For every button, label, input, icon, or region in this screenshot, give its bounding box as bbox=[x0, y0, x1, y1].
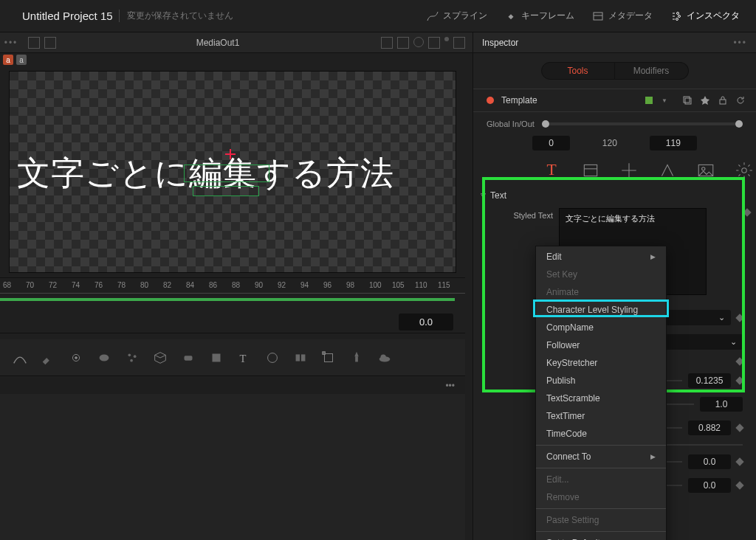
tab-modifiers[interactable]: Modifiers bbox=[615, 62, 689, 80]
tool-cloud-icon[interactable] bbox=[377, 350, 393, 366]
r5-value[interactable]: 0.0 bbox=[688, 478, 731, 493]
slider-handle-out[interactable] bbox=[735, 120, 743, 128]
tab-tools[interactable]: Tools bbox=[541, 62, 615, 80]
buffer-b-icon[interactable] bbox=[44, 37, 56, 49]
global-out-value[interactable]: 119 bbox=[650, 136, 697, 150]
ctx-separator bbox=[536, 468, 666, 468]
current-time[interactable]: 0.0 bbox=[399, 314, 453, 330]
layout-tab-icon[interactable] bbox=[581, 161, 600, 180]
ctx-animate: Animate bbox=[536, 283, 666, 301]
ctx-paste-setting: Paste Setting bbox=[536, 511, 666, 529]
svg-point-7 bbox=[100, 354, 109, 361]
text-tab-icon[interactable]: T bbox=[543, 161, 562, 180]
keyframe-diamond-icon[interactable] bbox=[735, 423, 743, 432]
buffer-a-tag[interactable]: a bbox=[3, 55, 13, 65]
text-bounding-box[interactable] bbox=[184, 165, 269, 182]
color-swatch[interactable] bbox=[645, 97, 653, 104]
ctx-edit-label: Edit bbox=[546, 252, 562, 262]
tool-cube-icon[interactable] bbox=[208, 350, 224, 366]
metadata-icon bbox=[592, 10, 604, 22]
ctx-compname[interactable]: CompName bbox=[536, 319, 666, 336]
viewer-more-icon[interactable]: ••• bbox=[0, 38, 22, 48]
ctx-connect-to[interactable]: Connect To▶ bbox=[536, 448, 666, 465]
slider-handle-in[interactable] bbox=[542, 120, 549, 128]
shading-tab-icon[interactable] bbox=[658, 161, 677, 180]
flow-area[interactable] bbox=[0, 394, 465, 540]
nav-inspector[interactable]: インスペクタ bbox=[663, 5, 747, 27]
ctx-keystretcher[interactable]: KeyStretcher bbox=[536, 354, 666, 372]
keyframe-diamond-icon[interactable] bbox=[735, 481, 743, 489]
buffer-a-icon[interactable] bbox=[28, 37, 40, 49]
ctx-character-level-styling[interactable]: Character Level Styling bbox=[536, 301, 666, 319]
collapse-icon[interactable] bbox=[453, 37, 465, 49]
ruler-tick: 100 bbox=[369, 281, 382, 289]
transform-tab-icon[interactable] bbox=[619, 161, 639, 180]
ctx-connect-label: Connect To bbox=[546, 451, 591, 462]
nav-metadata-label: メタデータ bbox=[608, 10, 653, 22]
template-header[interactable]: Template ▼ bbox=[473, 89, 756, 112]
pin-icon[interactable] bbox=[700, 95, 710, 105]
ctx-edit[interactable]: Edit▶ bbox=[536, 248, 666, 266]
chevron-right-icon: ▶ bbox=[650, 453, 656, 460]
tool-tracker-icon[interactable] bbox=[68, 350, 84, 366]
tool-particles-icon[interactable] bbox=[124, 350, 140, 366]
app-header: Untitled Project 15 変更が保存されていません スプライン キ… bbox=[0, 0, 756, 32]
ctx-textscramble[interactable]: TextScramble bbox=[536, 390, 666, 407]
reset-icon[interactable] bbox=[735, 95, 746, 105]
ctx-publish[interactable]: Publish bbox=[536, 372, 666, 390]
svg-point-2 bbox=[677, 12, 679, 14]
ctx-texttimer[interactable]: TextTimer bbox=[536, 407, 666, 425]
viewer-canvas[interactable]: 文字ごとに編集する方法 bbox=[9, 71, 456, 273]
inspector-more-icon[interactable]: ••• bbox=[733, 38, 747, 48]
keyframe-diamond-icon[interactable] bbox=[735, 457, 743, 465]
tool-light-icon[interactable] bbox=[348, 350, 365, 366]
settings-tab-icon[interactable] bbox=[735, 161, 754, 180]
tool-3d-icon[interactable] bbox=[152, 350, 168, 366]
tool-blur-icon[interactable] bbox=[180, 350, 196, 366]
tool-text-icon[interactable]: T bbox=[236, 350, 252, 366]
keyframe-diamond-icon[interactable] bbox=[743, 208, 751, 216]
keyframe-diamond-icon[interactable] bbox=[735, 314, 743, 322]
playhead-range[interactable] bbox=[0, 298, 455, 301]
pivot-cross-icon[interactable] bbox=[225, 149, 236, 159]
svg-rect-16 bbox=[301, 354, 306, 361]
ctx-set-default[interactable]: Set to Default bbox=[536, 534, 666, 540]
layout-icon[interactable] bbox=[397, 37, 409, 49]
r4-value[interactable]: 0.0 bbox=[688, 454, 731, 469]
tool-color-icon[interactable] bbox=[264, 350, 281, 366]
line-value[interactable]: 0.882 bbox=[688, 420, 731, 435]
keyframe-diamond-icon[interactable] bbox=[735, 357, 743, 365]
nav-keyframe[interactable]: キーフレーム bbox=[498, 5, 582, 27]
tool-merge-icon[interactable] bbox=[292, 350, 309, 366]
keyframe-diamond-icon[interactable] bbox=[735, 376, 743, 384]
tool-transform-icon[interactable] bbox=[320, 350, 337, 366]
enable-dot-icon[interactable] bbox=[487, 97, 494, 104]
tool-mask-icon[interactable] bbox=[96, 350, 112, 366]
global-in-value[interactable]: 0 bbox=[532, 136, 570, 150]
ctx-remove: Remove bbox=[536, 488, 666, 506]
nav-metadata[interactable]: メタデータ bbox=[585, 5, 660, 27]
svg-rect-0 bbox=[508, 14, 513, 19]
flow-more-icon[interactable]: ••• bbox=[445, 381, 455, 391]
lock-icon[interactable] bbox=[718, 95, 728, 105]
grid-icon[interactable] bbox=[428, 37, 440, 49]
globe-icon[interactable] bbox=[413, 37, 424, 47]
styled-text-label: Styled Text bbox=[487, 208, 553, 220]
tool-paint-icon[interactable] bbox=[40, 350, 56, 366]
versions-icon[interactable] bbox=[682, 95, 693, 105]
chevron-down-icon[interactable] bbox=[444, 37, 449, 41]
time-ruler[interactable]: 6870727476788082848688909294969810010511… bbox=[0, 277, 465, 298]
ctx-timecode[interactable]: TimeCode bbox=[536, 425, 666, 443]
fit-icon[interactable] bbox=[381, 37, 393, 49]
chevron-down-icon[interactable]: ▼ bbox=[662, 97, 667, 104]
tool-curve-icon[interactable] bbox=[12, 350, 28, 366]
tracking-value[interactable]: 0.1235 bbox=[688, 373, 731, 388]
global-inout-slider[interactable] bbox=[542, 122, 743, 125]
image-tab-icon[interactable] bbox=[696, 161, 715, 180]
nav-spline[interactable]: スプライン bbox=[419, 5, 495, 27]
text-section-header[interactable]: ▽ Text bbox=[473, 180, 756, 202]
size-value[interactable]: 1.0 bbox=[700, 397, 743, 412]
text-sub-box[interactable] bbox=[193, 186, 259, 196]
ctx-follower[interactable]: Follower bbox=[536, 336, 666, 354]
buffer-b-tag[interactable]: a bbox=[16, 55, 27, 65]
